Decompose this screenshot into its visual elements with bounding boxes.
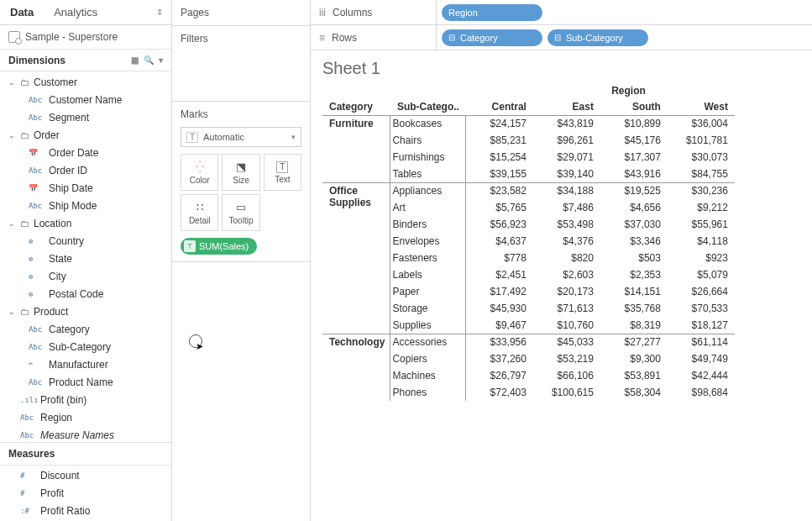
subcategory-cell[interactable]: Art <box>390 199 466 216</box>
value-cell[interactable]: $20,173 <box>533 283 600 300</box>
subcategory-cell[interactable]: Machines <box>390 367 466 384</box>
subcategory-cell[interactable]: Copiers <box>390 350 466 367</box>
field-profit-ratio[interactable]: :#Profit Ratio <box>0 503 171 520</box>
category-cell[interactable]: Technology <box>322 334 390 401</box>
field-region[interactable]: AbcRegion <box>0 408 171 426</box>
value-cell[interactable]: $2,603 <box>533 266 600 283</box>
value-cell[interactable]: $55,961 <box>668 216 735 233</box>
field-discount[interactable]: #Discount <box>0 467 171 485</box>
value-cell[interactable]: $39,155 <box>466 166 533 182</box>
value-cell[interactable]: $15,254 <box>466 149 533 166</box>
category-cell[interactable]: OfficeSupplies <box>322 182 390 334</box>
value-cell[interactable]: $27,277 <box>600 334 668 350</box>
subcategory-cell[interactable]: Phones <box>390 384 466 401</box>
sheet-title[interactable]: Sheet 1 <box>322 59 800 78</box>
value-cell[interactable]: $26,664 <box>668 283 735 300</box>
value-cell[interactable]: $9,300 <box>600 350 668 367</box>
field-segment[interactable]: AbcSegment <box>0 108 171 126</box>
datasource-row[interactable]: Sample - Superstore <box>0 25 171 49</box>
subcategory-cell[interactable]: Accessories <box>390 334 466 350</box>
rows-shelf[interactable]: ≡ Rows ⊟Category⊟Sub-Category <box>311 25 812 50</box>
subcategory-cell[interactable]: Envelopes <box>390 233 466 250</box>
value-cell[interactable]: $49,749 <box>668 350 735 367</box>
value-cell[interactable]: $4,118 <box>668 233 735 250</box>
value-cell[interactable]: $778 <box>466 250 533 266</box>
field-manufacturer[interactable]: 𝄐Manufacturer <box>0 355 171 373</box>
value-cell[interactable]: $53,891 <box>600 367 668 384</box>
value-cell[interactable]: $43,819 <box>533 115 600 132</box>
subcategory-cell[interactable]: Supplies <box>390 317 466 334</box>
field-order-date[interactable]: 📅Order Date <box>0 144 171 161</box>
value-cell[interactable]: $56,923 <box>466 216 533 233</box>
value-cell[interactable]: $503 <box>600 250 668 266</box>
folder-customer[interactable]: ⌄🗀Customer <box>0 73 171 91</box>
subcategory-cell[interactable]: Paper <box>390 283 466 300</box>
folder-location[interactable]: ⌄🗀Location <box>0 214 171 232</box>
value-cell[interactable]: $10,899 <box>600 115 668 132</box>
value-cell[interactable]: $30,236 <box>668 182 735 199</box>
value-cell[interactable]: $58,304 <box>600 384 668 401</box>
text-button[interactable]: TText <box>264 154 301 191</box>
menu-icon[interactable]: ▾ <box>159 55 163 65</box>
tab-data[interactable]: Data <box>0 0 44 25</box>
value-cell[interactable]: $43,916 <box>600 166 668 182</box>
value-cell[interactable]: $17,492 <box>466 283 533 300</box>
value-cell[interactable]: $923 <box>668 250 735 266</box>
detail-button[interactable]: ∷Detail <box>181 194 218 231</box>
filters-shelf[interactable]: Filters <box>172 26 310 102</box>
value-cell[interactable]: $45,176 <box>600 132 668 149</box>
category-cell[interactable]: Furniture <box>322 115 390 182</box>
value-cell[interactable]: $23,582 <box>466 182 533 199</box>
field-product-name[interactable]: AbcProduct Name <box>0 373 171 391</box>
subcategory-cell[interactable]: Labels <box>390 266 466 283</box>
value-cell[interactable]: $70,533 <box>668 300 735 317</box>
value-cell[interactable]: $35,768 <box>600 300 668 317</box>
subcategory-cell[interactable]: Fasteners <box>390 250 466 266</box>
value-cell[interactable]: $36,004 <box>668 115 735 132</box>
value-cell[interactable]: $45,930 <box>466 300 533 317</box>
folder-order[interactable]: ⌄🗀Order <box>0 126 171 144</box>
subcategory-cell[interactable]: Bookcases <box>390 115 466 132</box>
size-button[interactable]: ⬔Size <box>222 154 259 191</box>
value-cell[interactable]: $61,114 <box>668 334 735 350</box>
value-cell[interactable]: $37,260 <box>466 350 533 367</box>
value-cell[interactable]: $7,486 <box>533 199 600 216</box>
value-cell[interactable]: $2,451 <box>466 266 533 283</box>
pill-region[interactable]: Region <box>442 4 542 21</box>
value-cell[interactable]: $5,079 <box>668 266 735 283</box>
value-cell[interactable]: $34,188 <box>533 182 600 199</box>
value-cell[interactable]: $29,071 <box>533 149 600 166</box>
col-header[interactable]: Category <box>322 98 390 115</box>
value-cell[interactable]: $2,353 <box>600 266 668 283</box>
color-button[interactable]: ⁛Color <box>181 154 218 191</box>
value-cell[interactable]: $820 <box>533 250 600 266</box>
field-city[interactable]: ⊕City <box>0 267 171 285</box>
value-cell[interactable]: $4,656 <box>600 199 668 216</box>
field-state[interactable]: ⊕State <box>0 250 171 267</box>
value-cell[interactable]: $37,030 <box>600 216 668 233</box>
value-cell[interactable]: $53,498 <box>533 216 600 233</box>
pill-sub-category[interactable]: ⊟Sub-Category <box>547 29 648 46</box>
value-cell[interactable]: $24,157 <box>466 115 533 132</box>
columns-shelf[interactable]: iii Columns Region <box>311 0 812 25</box>
folder-product[interactable]: ⌄🗀Product <box>0 303 171 320</box>
field-sub-category[interactable]: AbcSub-Category <box>0 338 171 355</box>
field-country[interactable]: ⊕Country <box>0 232 171 250</box>
field-order-id[interactable]: AbcOrder ID <box>0 161 171 179</box>
subcategory-cell[interactable]: Chairs <box>390 132 466 149</box>
value-cell[interactable]: $10,760 <box>533 317 600 334</box>
col-header[interactable]: East <box>533 98 600 115</box>
value-cell[interactable]: $19,525 <box>600 182 668 199</box>
subcategory-cell[interactable]: Storage <box>390 300 466 317</box>
value-cell[interactable]: $3,346 <box>600 233 668 250</box>
value-cell[interactable]: $18,127 <box>668 317 735 334</box>
field-profit[interactable]: #Profit <box>0 485 171 503</box>
value-cell[interactable]: $39,140 <box>533 166 600 182</box>
value-cell[interactable]: $53,219 <box>533 350 600 367</box>
view-toggle-icon[interactable]: ▦ <box>131 55 139 65</box>
value-cell[interactable]: $71,613 <box>533 300 600 317</box>
subcategory-cell[interactable]: Appliances <box>390 182 466 199</box>
pill-category[interactable]: ⊟Category <box>442 29 542 46</box>
field-customer-name[interactable]: AbcCustomer Name <box>0 91 171 108</box>
value-cell[interactable]: $66,106 <box>533 367 600 384</box>
